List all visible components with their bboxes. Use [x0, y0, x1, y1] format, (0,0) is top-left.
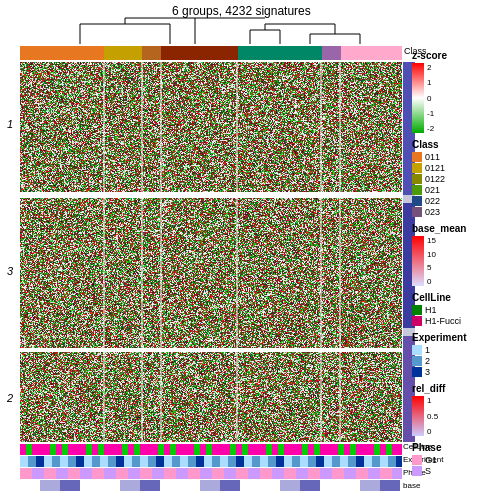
experiment-2: 2 — [412, 356, 502, 366]
cellline-legend-title: CellLine — [412, 292, 502, 303]
main-container: 6 groups, 4232 signatures Class — [0, 0, 504, 504]
class-item-0121: 0121 — [412, 163, 502, 173]
class-color-bar — [20, 46, 402, 60]
base-mean-title: base_mean — [412, 223, 502, 234]
base-mean-val-0: 0 — [427, 277, 436, 286]
class-item-023: 023 — [412, 207, 502, 217]
class-item-011: 011 — [412, 152, 502, 162]
class-item-0122: 0122 — [412, 174, 502, 184]
base-mean-legend: base_mean 15 10 5 0 — [412, 223, 502, 286]
base-mean-val-5: 5 — [427, 263, 436, 272]
rel-diff-val-1: 1 — [427, 396, 438, 405]
heatmap-group-2 — [20, 352, 402, 442]
heatmap-group-1 — [20, 62, 402, 192]
experiment-legend-title: Experiment — [412, 332, 502, 343]
phase-g1: G1 — [412, 455, 502, 465]
phase-s: S — [412, 466, 502, 476]
zscore-val-neg1: -1 — [427, 109, 434, 118]
phase-legend-title: Phase — [412, 442, 502, 453]
class-item-021: 021 — [412, 185, 502, 195]
rel-diff-val-0: 0 — [427, 427, 438, 436]
class-legend-title: Class — [412, 139, 502, 150]
bottom-annotation-base — [20, 480, 402, 491]
experiment-1: 1 — [412, 345, 502, 355]
cellline-legend: CellLine H1 H1-Fucci — [412, 292, 502, 326]
base-mean-val-10: 10 — [427, 250, 436, 259]
row-label-1: 1 — [7, 118, 13, 130]
dendrogram — [20, 14, 402, 46]
rel-diff-legend: rel_diff 1 0.5 0 — [412, 383, 502, 436]
experiment-3: 3 — [412, 367, 502, 377]
class-legend: Class 011 0121 0122 021 022 023 — [412, 139, 502, 217]
zscore-legend-title: z-score — [412, 50, 502, 61]
cellline-h1fucci: H1-Fucci — [412, 316, 502, 326]
legend-panel: z-score 2 1 0 -1 -2 Class 011 0121 0122 … — [412, 50, 502, 482]
rel-diff-val-05: 0.5 — [427, 412, 438, 421]
row-label-2: 2 — [7, 392, 13, 404]
class-item-022: 022 — [412, 196, 502, 206]
bottom-annotation-cellline — [20, 444, 402, 455]
bottom-annotation-experiment — [20, 456, 402, 467]
zscore-val-0: 0 — [427, 94, 434, 103]
zscore-legend: z-score 2 1 0 -1 -2 — [412, 50, 502, 133]
heatmap-group-3 — [20, 198, 402, 348]
rel-diff-title: rel_diff — [412, 383, 502, 394]
cellline-h1: H1 — [412, 305, 502, 315]
zscore-val-1: 1 — [427, 78, 434, 87]
zscore-val-2: 2 — [427, 63, 434, 72]
base-label: base — [403, 481, 420, 490]
experiment-legend: Experiment 1 2 3 — [412, 332, 502, 377]
bottom-annotation-phase — [20, 468, 402, 479]
base-mean-val-15: 15 — [427, 236, 436, 245]
phase-legend: Phase G1 S — [412, 442, 502, 476]
zscore-val-neg2: -2 — [427, 124, 434, 133]
row-label-3: 3 — [7, 265, 13, 277]
